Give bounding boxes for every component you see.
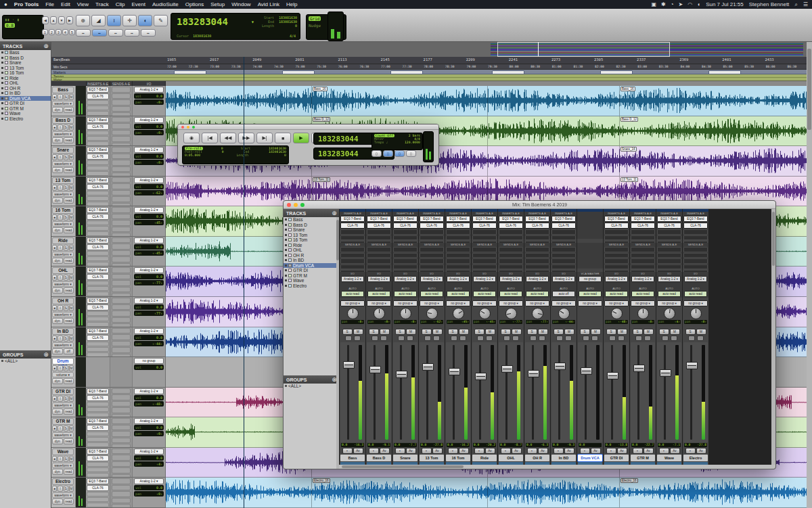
track-visible-dot[interactable]: [1, 67, 3, 69]
pan-knob[interactable]: [374, 308, 385, 319]
send-empty-slot[interactable]: [472, 247, 497, 252]
send-empty-slot[interactable]: [112, 341, 131, 347]
group-selector[interactable]: no group ▾: [657, 300, 681, 306]
fader-area[interactable]: [367, 342, 391, 442]
io-vol-lcd[interactable]: vol0.0: [134, 93, 164, 99]
menu-item-audiosuite[interactable]: AudioSuite: [152, 1, 179, 7]
track-button-m[interactable]: M: [69, 124, 74, 131]
group-selector[interactable]: no group ▾: [420, 300, 444, 306]
insert-plugin-button[interactable]: CLA-76: [367, 223, 391, 229]
input-monitor-button[interactable]: [688, 336, 695, 341]
track-visible-dot[interactable]: [1, 92, 3, 94]
insert-plugin-button[interactable]: EQ3 7-Band: [604, 216, 629, 222]
insert-plugin-button[interactable]: EQ3 7-Band: [525, 216, 549, 222]
send-empty-slot[interactable]: [112, 504, 131, 508]
window-button[interactable]: Av: [432, 448, 443, 454]
io-path-button[interactable]: Analog 1-2 ▾: [552, 276, 575, 282]
transport-mini-2[interactable]: ▯: [394, 150, 405, 157]
track-button-s[interactable]: S: [64, 94, 68, 100]
insert-empty-slot[interactable]: [87, 231, 109, 236]
send-empty-slot[interactable]: [683, 247, 708, 252]
selector-tool[interactable]: I: [107, 15, 121, 26]
track-view-selector[interactable]: waveform ▾: [52, 402, 74, 408]
solo-button[interactable]: S: [580, 329, 590, 335]
transport-mini-3[interactable]: ▯: [406, 150, 416, 157]
send-empty-slot[interactable]: [112, 304, 131, 310]
window-button[interactable]: Av: [696, 448, 706, 454]
fader-area[interactable]: [631, 342, 655, 442]
track-header-gtr-di[interactable]: GTR DI●ISMwaveform ▾dynread: [51, 388, 76, 418]
input-monitor-button[interactable]: [609, 336, 616, 341]
track-header-bass[interactable]: Bass●ISMwaveform ▾dynread: [51, 86, 76, 116]
insert-plugin-button[interactable]: CLA-76: [525, 223, 549, 229]
insert-empty-slot[interactable]: [87, 413, 109, 417]
main-counter-lcd[interactable]: 183283044 ▾ StartEndLength 183081630 183…: [171, 13, 300, 40]
channel-name-ohl[interactable]: OHL: [499, 455, 523, 461]
track-list-item-gtr-m[interactable]: GTR M: [284, 273, 339, 279]
track-visible-dot[interactable]: [1, 97, 3, 99]
fast-forward-button[interactable]: ▶▶: [238, 133, 254, 143]
record-enable-button[interactable]: [407, 336, 413, 341]
track-view-selector[interactable]: volume ▾: [52, 372, 74, 377]
menu-item-window[interactable]: Window: [231, 1, 250, 7]
track-button-i[interactable]: I: [58, 396, 62, 402]
track-list-item-ohl[interactable]: OHL: [0, 80, 51, 86]
track-button-m[interactable]: M: [69, 336, 74, 342]
send-empty-slot[interactable]: [112, 431, 131, 437]
auto-mode-button[interactable]: read: [64, 318, 74, 324]
send-empty-slot[interactable]: [112, 461, 131, 467]
track-button-i[interactable]: I: [58, 486, 62, 492]
pan-knob[interactable]: [505, 308, 517, 319]
mode-button-4[interactable]: ▪▪: [141, 29, 156, 37]
track-button-m[interactable]: M: [69, 305, 74, 311]
send-empty-slot[interactable]: [525, 258, 549, 264]
send-empty-slot[interactable]: [112, 106, 131, 112]
insert-plugin-button[interactable]: CLA-76: [87, 214, 109, 220]
io-pan-lcd[interactable]: pan‹0›: [134, 99, 164, 105]
record-enable-button[interactable]: [433, 336, 440, 341]
track-list-item-ride[interactable]: Ride: [0, 76, 51, 81]
send-empty-slot[interactable]: [112, 418, 131, 424]
track-list-item-electro[interactable]: Electro: [0, 116, 51, 122]
track-view-selector[interactable]: waveform ▾: [52, 492, 74, 498]
solo-button[interactable]: S: [685, 329, 696, 335]
mix-strip-gtr-m[interactable]: INSERTS A-EEQ3 7-BandCLA-76SENDS A-EI/OA…: [630, 209, 656, 469]
io-vol-lcd[interactable]: vol0.0: [134, 455, 164, 461]
auto-mode-button[interactable]: read: [64, 378, 74, 384]
group-selector[interactable]: no group ▾: [631, 300, 655, 306]
send-empty-slot[interactable]: [499, 258, 523, 264]
pan-knob[interactable]: [611, 308, 623, 319]
automation-safe-button[interactable]: ▪: [342, 448, 353, 454]
track-button-m[interactable]: M: [69, 154, 74, 160]
insert-empty-slot[interactable]: [87, 342, 109, 346]
auto-mode-button[interactable]: auto read: [420, 291, 443, 297]
dyn-button[interactable]: dyn: [52, 137, 63, 143]
solo-button[interactable]: S: [474, 329, 484, 335]
track-button-●[interactable]: ●: [52, 365, 57, 371]
fader-cap[interactable]: [422, 363, 434, 371]
insert-empty-slot[interactable]: [87, 402, 109, 407]
send-empty-slot[interactable]: [112, 455, 131, 461]
mix-strip-ride[interactable]: INSERTS A-EEQ3 7-BandCLA-76SENDS A-EI/OA…: [472, 209, 497, 469]
track-button-i[interactable]: I: [58, 154, 62, 160]
mute-button[interactable]: M: [696, 329, 706, 335]
io-path-button[interactable]: Analog 1-2 ▾: [526, 276, 549, 282]
roll-lcd[interactable]: Pre-roll0 Start183081630 Post-roll0 End1…: [182, 145, 289, 164]
send-empty-slot[interactable]: [499, 247, 523, 252]
io-path-button[interactable]: Analog 1-2 ▾: [341, 276, 364, 282]
auto-mode-button[interactable]: read: [64, 137, 74, 143]
insert-empty-slot[interactable]: [657, 229, 681, 235]
fader-cap[interactable]: [686, 362, 698, 369]
mute-button[interactable]: M: [406, 329, 416, 335]
track-button-m[interactable]: M: [69, 365, 74, 371]
track-visible-dot[interactable]: [285, 218, 287, 221]
auto-mode-button[interactable]: read: [64, 258, 74, 264]
dyn-button[interactable]: dyn: [52, 438, 63, 444]
insert-empty-slot[interactable]: [87, 292, 109, 296]
track-button-●[interactable]: ●: [52, 245, 57, 251]
input-monitor-button[interactable]: [398, 336, 405, 341]
mix-strip-drum-vca[interactable]: VCA MASTERno groupAUTOauto readno group …: [577, 209, 603, 469]
send-empty-slot[interactable]: [631, 247, 655, 252]
send-empty-slot[interactable]: [112, 425, 131, 431]
track-list-item-gtr-di[interactable]: GTR DI: [0, 101, 51, 106]
